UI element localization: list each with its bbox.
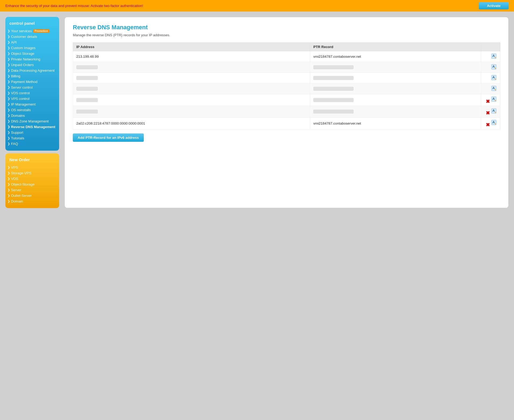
sidebar-item-vps-control[interactable]: ❯VPS control — [5, 96, 59, 102]
sidebar-item-payment-method[interactable]: ❯Payment Method — [5, 79, 59, 85]
ip-address-cell — [73, 84, 310, 94]
main-content: Reverse DNS Management Manage the revers… — [64, 17, 509, 208]
new-order-item-domain[interactable]: ❯Domain — [5, 198, 59, 204]
sidebar-item-custom-images[interactable]: ❯Custom Images — [5, 45, 59, 51]
chevron-icon: ❯ — [8, 166, 10, 169]
chevron-icon: ❯ — [8, 177, 10, 180]
new-order-item-vds[interactable]: ❯VDS — [5, 176, 59, 182]
sidebar-item-domains[interactable]: ❯Domains — [5, 113, 59, 118]
edit-ptr-button[interactable] — [491, 53, 497, 59]
chevron-icon: ❯ — [8, 97, 10, 100]
ip-address-cell — [73, 73, 310, 84]
chevron-icon: ❯ — [8, 41, 10, 44]
chevron-icon: ❯ — [8, 80, 10, 84]
delete-ptr-button[interactable]: ✖ — [484, 110, 490, 115]
new-order-item-server[interactable]: ❯Server — [5, 187, 59, 193]
edit-ptr-button[interactable] — [491, 75, 497, 81]
sidebar-item-faq[interactable]: ❯FAQ — [5, 141, 59, 147]
new-order-item-label: Storage-VPS — [11, 171, 31, 175]
actions-cell — [481, 51, 500, 62]
sidebar-item-label: Payment Method — [11, 80, 37, 84]
sidebar-item-api[interactable]: ❯API — [5, 39, 59, 45]
table-row — [73, 62, 500, 73]
new-order-item-outlet-server[interactable]: ❯Outlet-Server — [5, 193, 59, 198]
blurred-ip — [76, 98, 98, 102]
new-order-item-label: Object-Storage — [11, 182, 34, 186]
sidebar-item-os-reinstalls[interactable]: ❯OS reinstalls — [5, 107, 59, 113]
ip-address-cell — [73, 62, 310, 73]
sidebar: control panel ❯Your servicesPromotion❯Cu… — [5, 17, 59, 208]
chevron-icon: ❯ — [8, 200, 10, 203]
blurred-ip — [76, 76, 98, 80]
sidebar-item-reverse-dns-management[interactable]: ❯Reverse DNS Management — [5, 124, 59, 130]
new-order-item-object-storage[interactable]: ❯Object-Storage — [5, 182, 59, 187]
new-order-item-vps[interactable]: ❯VPS — [5, 165, 59, 170]
sidebar-item-ip-management[interactable]: ❯IP Management — [5, 102, 59, 107]
sidebar-item-label: Support — [11, 131, 23, 135]
sidebar-item-label: IP Management — [11, 102, 36, 106]
edit-ptr-button[interactable] — [491, 85, 497, 91]
col-header-ip: IP Address — [73, 43, 310, 51]
ptr-record-cell — [310, 94, 481, 106]
sidebar-item-label: Billing — [11, 74, 20, 78]
edit-ptr-button[interactable] — [491, 96, 497, 102]
sidebar-item-data-processing-agreement[interactable]: ❯Data Processing Agreement — [5, 68, 59, 73]
chevron-icon: ❯ — [8, 120, 10, 123]
sidebar-item-your-services[interactable]: ❯Your servicesPromotion — [5, 28, 59, 34]
table-row: ✖ — [73, 106, 500, 118]
sidebar-item-private-networking[interactable]: ❯Private Networking — [5, 56, 59, 62]
edit-ptr-button[interactable] — [491, 120, 497, 125]
new-order-item-label: Server — [11, 188, 21, 192]
sidebar-item-label: Server control — [11, 85, 33, 89]
chevron-icon: ❯ — [8, 91, 10, 95]
sidebar-item-label: Object Storage — [11, 52, 34, 56]
new-order-item-storage-vps[interactable]: ❯Storage-VPS — [5, 170, 59, 176]
edit-ptr-button[interactable] — [491, 108, 497, 114]
chevron-icon: ❯ — [8, 57, 10, 61]
chevron-icon: ❯ — [8, 142, 10, 146]
ptr-record-cell: vmi2184787.contaboserver.net — [310, 51, 481, 62]
activate-button[interactable]: Activate — [479, 2, 509, 9]
sidebar-item-label: VPS control — [11, 97, 30, 101]
sidebar-item-label: Reverse DNS Management — [11, 125, 55, 129]
ip-address-cell: 2a02:c206:2218:4787:0000:0000:0000:0001 — [73, 118, 310, 129]
ip-address-cell — [73, 106, 310, 118]
actions-cell: ✖ — [481, 94, 500, 106]
actions-cell — [481, 62, 500, 73]
table-row: ✖ — [73, 94, 500, 106]
add-ipv6-ptr-button[interactable]: Add PTR-Record for an IPv6 address — [73, 133, 144, 142]
sidebar-item-billing[interactable]: ❯Billing — [5, 73, 59, 79]
ptr-record-cell: vmi2184787.contaboserver.net — [310, 118, 481, 129]
table-row: 213.199.48.99vmi2184787.contaboserver.ne… — [73, 51, 500, 62]
sidebar-item-label: OS reinstalls — [11, 108, 31, 112]
sidebar-item-dns-zone-management[interactable]: ❯DNS Zone Management — [5, 118, 59, 124]
chevron-icon: ❯ — [8, 35, 10, 38]
chevron-icon: ❯ — [8, 108, 10, 112]
sidebar-item-customer-details[interactable]: ❯Customer details — [5, 34, 59, 39]
ptr-record-cell — [310, 73, 481, 84]
delete-ptr-button[interactable]: ✖ — [484, 122, 490, 127]
new-order-title: New Order — [5, 156, 59, 165]
sidebar-item-label: DNS Zone Management — [11, 119, 49, 123]
banner-text: Enhance the security of your data and pr… — [5, 4, 143, 8]
chevron-icon: ❯ — [8, 103, 10, 106]
sidebar-item-vds-control[interactable]: ❯VDS control — [5, 90, 59, 96]
top-banner: Enhance the security of your data and pr… — [0, 0, 514, 12]
chevron-icon: ❯ — [8, 52, 10, 55]
sidebar-item-tutorials[interactable]: ❯Tutorials — [5, 135, 59, 141]
ptr-record-cell — [310, 62, 481, 73]
new-order-box: New Order ❯VPS❯Storage-VPS❯VDS❯Object-St… — [5, 153, 59, 208]
sidebar-item-label: Customer details — [11, 35, 37, 39]
blurred-ip — [76, 87, 98, 91]
new-order-item-label: Outlet-Server — [11, 194, 32, 198]
ptr-record-cell — [310, 106, 481, 118]
edit-ptr-button[interactable] — [491, 64, 497, 70]
delete-ptr-button[interactable]: ✖ — [484, 99, 490, 104]
sidebar-item-server-control[interactable]: ❯Server control — [5, 85, 59, 90]
new-order-item-label: Domain — [11, 199, 23, 203]
sidebar-item-object-storage[interactable]: ❯Object Storage — [5, 51, 59, 56]
chevron-icon: ❯ — [8, 63, 10, 67]
sidebar-item-support[interactable]: ❯Support — [5, 130, 59, 135]
chevron-icon: ❯ — [8, 29, 10, 33]
sidebar-item-unpaid-orders[interactable]: ❯Unpaid Orders — [5, 62, 59, 68]
